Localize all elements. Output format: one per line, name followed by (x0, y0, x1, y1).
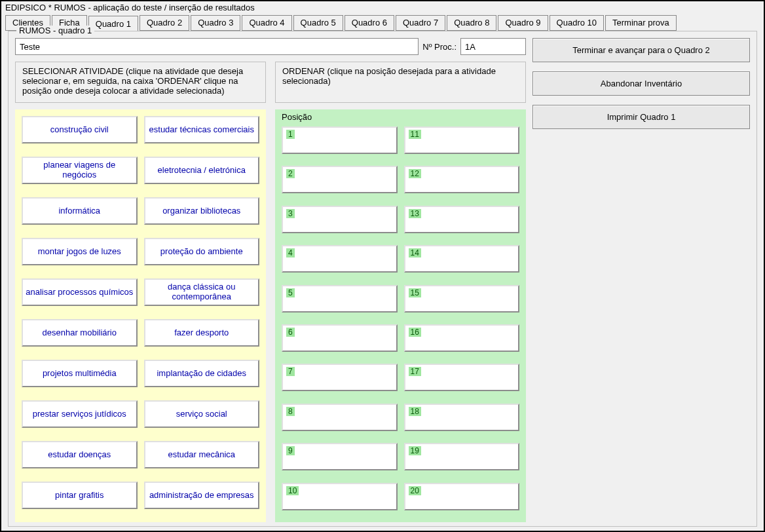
position-number: 10 (286, 486, 299, 495)
activity-button[interactable]: implantação de cidades (144, 360, 260, 387)
tab-quadro-5[interactable]: Quadro 5 (293, 15, 343, 31)
print-button[interactable]: Imprimir Quadro 1 (532, 105, 750, 129)
position-number: 12 (409, 169, 421, 178)
tab-quadro-10[interactable]: Quadro 10 (550, 15, 604, 31)
posicao-label: Posição (282, 112, 312, 122)
position-slot[interactable]: 5 (282, 285, 398, 313)
advance-button[interactable]: Terminar e avançar para o Quadro 2 (532, 38, 750, 62)
position-slot[interactable]: 2 (282, 166, 398, 193)
position-slot[interactable]: 8 (282, 404, 398, 431)
position-slot[interactable]: 17 (404, 364, 520, 391)
order-instructions: ORDENAR (clique na posição desejada para… (275, 62, 526, 103)
activity-button[interactable]: organizar bibliotecas (144, 197, 260, 225)
position-slot[interactable]: 15 (404, 285, 520, 313)
position-slot[interactable]: 18 (404, 404, 520, 431)
tab-quadro-9[interactable]: Quadro 9 (498, 15, 548, 31)
position-number: 5 (286, 288, 295, 297)
select-instructions-text: SELECIONAR ATIVIDADE (clique na atividad… (22, 66, 243, 96)
panel-title: RUMOS - quadro 1 (16, 26, 94, 35)
tab-quadro-3[interactable]: Quadro 3 (191, 15, 240, 31)
tab-quadro-7[interactable]: Quadro 7 (396, 15, 445, 31)
position-slot[interactable]: 7 (282, 364, 398, 391)
position-number: 13 (409, 209, 421, 218)
activity-button[interactable]: estudar técnicas comerciais (144, 116, 260, 143)
activity-button[interactable]: desenhar mobiliário (22, 319, 138, 347)
position-slot[interactable]: 4 (282, 245, 398, 273)
position-number: 19 (409, 446, 421, 455)
main-panel: RUMOS - quadro 1 Nº Proc.: SELECIONAR AT… (8, 31, 757, 527)
position-number: 17 (409, 367, 421, 376)
tab-quadro-2[interactable]: Quadro 2 (140, 15, 189, 31)
position-slot[interactable]: 14 (404, 245, 520, 273)
position-number: 8 (286, 407, 295, 416)
activity-button[interactable]: proteção do ambiente (144, 238, 260, 265)
position-number: 11 (409, 130, 421, 139)
activity-button[interactable]: informática (22, 197, 138, 225)
position-slot[interactable]: 10 (282, 483, 398, 510)
activities-panel: construção civilestudar técnicas comerci… (15, 109, 266, 522)
position-number: 7 (286, 367, 295, 376)
position-number: 15 (409, 288, 421, 297)
position-slot[interactable]: 9 (282, 443, 398, 470)
position-number: 9 (286, 446, 295, 455)
activity-button[interactable]: administração de empresas (144, 482, 260, 509)
position-number: 16 (409, 328, 421, 337)
position-number: 1 (286, 130, 295, 139)
activity-button[interactable]: dança clássica ou contemporânea (144, 278, 260, 306)
position-slot[interactable]: 19 (404, 443, 520, 470)
position-number: 6 (286, 328, 295, 337)
position-slot[interactable]: 20 (404, 483, 520, 510)
proc-label: Nº Proc.: (422, 42, 457, 52)
position-slot[interactable]: 3 (282, 206, 398, 233)
position-slot[interactable]: 16 (404, 324, 520, 352)
position-slot[interactable]: 6 (282, 324, 398, 352)
activity-button[interactable]: serviço social (144, 400, 260, 428)
activity-button[interactable]: construção civil (22, 116, 138, 143)
window-title: EDIPSICO * RUMOS - aplicação do teste / … (1, 1, 764, 15)
tab-quadro-4[interactable]: Quadro 4 (242, 15, 291, 31)
select-instructions: SELECIONAR ATIVIDADE (clique na atividad… (15, 62, 266, 103)
activity-button[interactable]: planear viagens de negócios (22, 157, 138, 184)
teste-input[interactable] (15, 38, 419, 55)
position-slot[interactable]: 13 (404, 206, 520, 233)
activity-button[interactable]: montar jogos de luzes (22, 238, 138, 265)
activity-button[interactable]: projetos multimédia (22, 360, 138, 387)
position-number: 20 (409, 486, 421, 495)
activity-button[interactable]: pintar grafitis (22, 482, 138, 509)
activity-button[interactable]: eletrotecnia / eletrónica (144, 157, 260, 184)
tab-terminar-prova[interactable]: Terminar prova (605, 15, 677, 31)
position-number: 4 (286, 248, 295, 257)
tab-quadro-1[interactable]: Quadro 1 (88, 16, 138, 31)
tab-bar: ClientesFichaQuadro 1Quadro 2Quadro 3Qua… (1, 15, 764, 31)
position-slot[interactable]: 11 (404, 126, 520, 154)
position-number: 3 (286, 209, 295, 218)
positions-panel: Posição 1112123134145156167178189191020 (275, 109, 526, 522)
activity-button[interactable]: estudar mecânica (144, 441, 260, 468)
proc-input[interactable] (460, 38, 526, 55)
position-slot[interactable]: 1 (282, 126, 398, 154)
activity-button[interactable]: estudar doenças (22, 441, 138, 468)
order-instructions-text: ORDENAR (clique na posição desejada para… (282, 66, 496, 86)
position-number: 2 (286, 169, 295, 178)
activity-button[interactable]: prestar serviços jutídicos (22, 400, 138, 428)
position-number: 14 (409, 248, 421, 257)
abandon-button[interactable]: Abandonar Inventário (532, 71, 750, 96)
tab-quadro-6[interactable]: Quadro 6 (345, 15, 394, 31)
activity-button[interactable]: analisar processos químicos (22, 278, 138, 306)
activity-button[interactable]: fazer desporto (144, 319, 260, 347)
position-slot[interactable]: 12 (404, 166, 520, 193)
position-number: 18 (409, 407, 421, 416)
tab-quadro-8[interactable]: Quadro 8 (447, 15, 496, 31)
app-window: EDIPSICO * RUMOS - aplicação do teste / … (0, 0, 765, 532)
